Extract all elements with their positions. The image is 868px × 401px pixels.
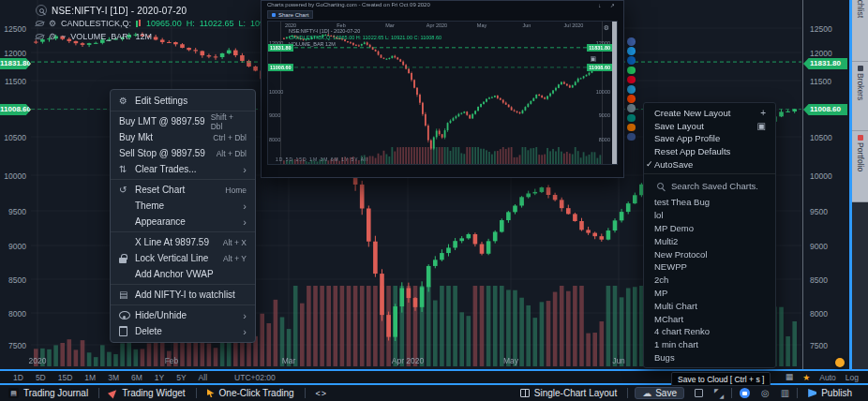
layout-label: Single-Chart Layout	[534, 388, 617, 398]
share-chart-tab[interactable]: Share Chart	[267, 10, 313, 19]
context-menu-item[interactable]: Add Anchor VWAP	[111, 266, 255, 282]
screenshot-frame-button[interactable]	[689, 389, 709, 397]
context-menu-item[interactable]: Buy LMT @ 9897.59Shift + Dbl	[111, 113, 255, 129]
saved-chart-item[interactable]: Bugs	[644, 351, 775, 364]
menu-item-label: Appearance	[135, 216, 237, 227]
saved-chart-item[interactable]: 1 min chart	[644, 338, 775, 351]
price-tick: 8500	[810, 275, 828, 285]
price-tick: 10500	[4, 133, 26, 142]
layout-menu-item[interactable]: Save Layout▣	[644, 120, 775, 133]
share-blogger-icon[interactable]	[627, 124, 636, 132]
context-menu-item[interactable]: ⚙Edit Settings	[111, 93, 255, 109]
statusbar-button-trading-widget[interactable]: Trading Widget	[101, 385, 193, 401]
popup-legend: NSE:NIFTY-I [1D] - 2020-07-20 CANDLESTIC…	[289, 28, 441, 48]
popup-window-icons[interactable]: ↓ ↗	[598, 2, 619, 8]
price-axis-right[interactable]: 1250012000115001050010000950090008500800…	[802, 0, 849, 369]
study-settings-icon[interactable]: ⚙	[49, 33, 56, 41]
fullscreen-button[interactable]	[709, 389, 729, 398]
eye-icon	[119, 311, 135, 319]
saved-chart-item[interactable]: MP Demo	[644, 222, 775, 235]
context-menu-item[interactable]: Delete›	[111, 323, 255, 339]
layout-menu-item[interactable]: ✓AutoSave	[644, 157, 775, 171]
snapshot-button[interactable]	[734, 388, 756, 398]
menu-item-label: Save Layout	[654, 121, 704, 131]
timeframe-button-3m[interactable]: 3M	[108, 373, 119, 382]
publish-button[interactable]: Publish	[800, 388, 861, 398]
saved-chart-item[interactable]: NEWPP	[644, 260, 775, 274]
share-teams-icon[interactable]	[627, 114, 636, 123]
popup-price-label: 8000	[269, 137, 280, 142]
save-button[interactable]: ☁ Save	[635, 387, 684, 399]
menu-shortcut: Alt + Dbl	[217, 149, 247, 158]
saved-chart-item[interactable]: MP	[644, 287, 775, 300]
statusbar-button--[interactable]: <>	[307, 385, 337, 401]
saved-chart-item[interactable]: lol	[644, 209, 775, 222]
context-menu-item[interactable]: Appearance›	[111, 214, 255, 230]
share-reddit-icon[interactable]	[627, 95, 636, 103]
layout-menu-item[interactable]: Save App Profile	[644, 132, 775, 145]
statusbar-label: Trading Journal	[23, 388, 88, 398]
price-axis-left[interactable]: 1250012000115001050010000950090008500800…	[0, 0, 29, 369]
layout-menu-item[interactable]: Reset App Defaults	[644, 145, 775, 158]
share-messenger-icon[interactable]	[627, 133, 636, 141]
saved-chart-item[interactable]: Multi2	[644, 234, 775, 247]
favorite-star-icon[interactable]: ★	[802, 373, 810, 382]
timeframe-button-5y[interactable]: 5Y	[176, 373, 186, 382]
log-scale-button[interactable]: Log	[846, 373, 859, 382]
share-telegram-icon[interactable]	[627, 85, 636, 94]
context-menu-item[interactable]: Theme›	[111, 198, 255, 214]
sidebar-tab-portfolio[interactable]: Portfolio	[852, 131, 868, 202]
saved-chart-item[interactable]: 2ch	[644, 274, 775, 287]
timeframe-button-6m[interactable]: 6M	[131, 373, 142, 382]
statusbar-button-one-click-trading[interactable]: One-Click Trading	[199, 385, 303, 401]
statusbar-button-trading-journal[interactable]: ▤Trading Journal	[0, 385, 97, 401]
context-menu-item[interactable]: Buy MktCtrl + Dbl	[111, 129, 255, 145]
popup-month-label: Mar	[385, 22, 394, 28]
zoom-icon[interactable]	[36, 5, 47, 16]
share-email-icon[interactable]	[627, 104, 636, 112]
share-pinterest-icon[interactable]	[627, 76, 636, 84]
popup-camera-icon: ▣	[590, 55, 596, 63]
context-menu-item[interactable]: Sell Stop @ 9897.59Alt + Dbl	[111, 145, 255, 161]
timeframe-button-all[interactable]: All	[199, 373, 207, 382]
candle-icon	[136, 20, 142, 28]
marketplace-button[interactable]: ▥	[775, 389, 795, 398]
search-saved-charts-input[interactable]: Search Saved Charts.	[644, 177, 775, 196]
refresh-icon: ↺	[119, 185, 135, 195]
saved-chart-item[interactable]: 4 chart Renko	[644, 325, 775, 338]
timeframe-button-15d[interactable]: 15D	[58, 373, 73, 382]
timezone-label[interactable]: UTC+02:00	[234, 373, 276, 382]
timeframe-button-1m[interactable]: 1M	[84, 373, 96, 382]
layout-menu-item[interactable]: Create New Layout+	[644, 107, 775, 120]
hide-study-icon[interactable]	[36, 34, 44, 39]
timeframe-button-1d[interactable]: 1D	[13, 373, 23, 382]
target-icon: ◎	[761, 389, 770, 398]
saved-chart-item[interactable]: New Protocol	[644, 247, 775, 260]
journal-icon: ▤	[8, 388, 19, 398]
refresh-button[interactable]: ◎	[756, 389, 775, 398]
share-chart-preview-window[interactable]: Charts powered by GoCharting.com - Creat…	[261, 0, 624, 178]
context-menu-item[interactable]: ▤Add NIFTY-I to watchlist	[111, 287, 255, 303]
sidebar-tab-watchlist[interactable]: Watchlist	[852, 0, 868, 62]
timeframe-button-5d[interactable]: 5D	[36, 373, 46, 382]
single-chart-layout-button[interactable]: Single-Chart Layout	[512, 388, 625, 398]
saved-chart-item[interactable]: test Thea Bug	[644, 196, 775, 209]
context-menu-item[interactable]: ↺Reset ChartHome	[111, 182, 255, 198]
sidebar-tab-brokers[interactable]: Brokers	[852, 62, 868, 131]
context-menu-item[interactable]: Hide/Unhide›	[111, 307, 255, 323]
share-facebook-icon[interactable]	[627, 37, 636, 46]
saved-chart-item[interactable]: MChart	[644, 312, 775, 325]
context-menu-item[interactable]: ⇅Clear Trades...›	[111, 161, 255, 177]
context-menu-item[interactable]: Lock Vertical LineAlt + Y	[111, 250, 255, 266]
auto-scale-button[interactable]: Auto	[819, 373, 836, 382]
share-linkedin-icon[interactable]	[627, 56, 636, 65]
share-whatsapp-icon[interactable]	[627, 67, 636, 75]
grid-settings-icon[interactable]: ▦	[786, 373, 794, 381]
context-menu-item[interactable]: X Line At 9897.59Alt + X	[111, 234, 255, 250]
study-settings-icon[interactable]: ⚙	[49, 20, 56, 28]
share-twitter-icon[interactable]	[627, 47, 636, 55]
hide-study-icon[interactable]	[36, 21, 44, 26]
notification-dot[interactable]	[835, 358, 845, 367]
saved-chart-item[interactable]: Multi Chart	[644, 299, 775, 312]
timeframe-button-1y[interactable]: 1Y	[155, 373, 164, 382]
